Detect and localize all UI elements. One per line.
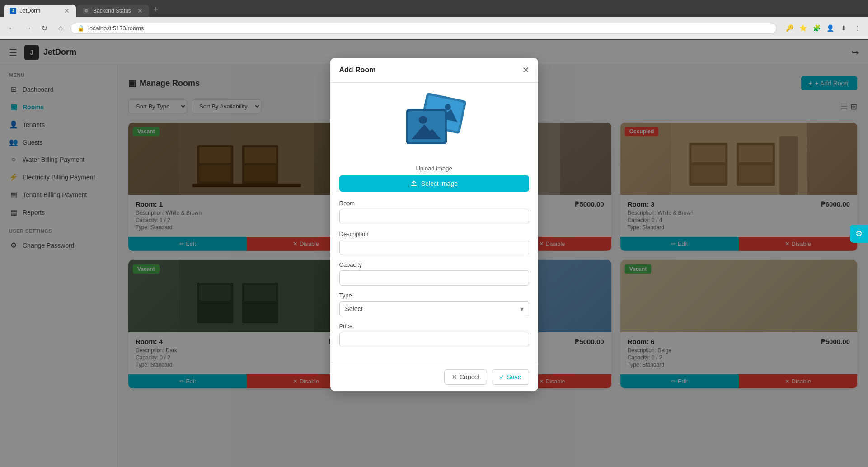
type-label: Type [339, 292, 529, 299]
reload-button[interactable]: ↻ [38, 22, 51, 34]
type-field-group: Type Select Standard Deluxe Suite [339, 292, 529, 316]
settings-fab-button[interactable]: ⚙ [850, 225, 868, 243]
modal-body: Upload image Select image Room Descripti… [330, 83, 538, 363]
save-check-icon: ✓ [499, 373, 505, 381]
download-icon[interactable]: ⬇ [838, 23, 849, 33]
cancel-x-icon: ✕ [452, 373, 457, 381]
capacity-input[interactable] [339, 270, 529, 286]
home-button[interactable]: ⌂ [54, 22, 67, 34]
modal-overlay[interactable]: Add Room ✕ [0, 40, 868, 467]
tab-title-backend: Backend Status [93, 8, 134, 14]
save-button[interactable]: ✓ Save [492, 369, 529, 385]
back-button[interactable]: ← [5, 22, 18, 34]
profile-icon[interactable]: 👤 [825, 23, 835, 33]
tab-title-jetdorm: JetDorm [20, 8, 61, 14]
browser-controls-bar: ← → ↻ ⌂ 🔒 localhost:5170/rooms 🔑 ⭐ 🧩 👤 ⬇… [0, 17, 868, 39]
lock-icon: 🔒 [77, 25, 84, 32]
modal-footer: ✕ Cancel ✓ Save [330, 363, 538, 391]
cancel-label: Cancel [460, 373, 479, 381]
svg-rect-39 [411, 185, 417, 186]
save-label: Save [507, 373, 521, 381]
description-input[interactable] [339, 240, 529, 255]
upload-area: Upload image Select image [339, 92, 529, 192]
address-text: localhost:5170/rooms [88, 25, 144, 32]
price-label: Price [339, 323, 529, 330]
browser-actions: 🔑 ⭐ 🧩 👤 ⬇ ⋮ [784, 23, 863, 33]
new-tab-button[interactable]: + [150, 3, 162, 16]
capacity-label: Capacity [339, 261, 529, 268]
room-field-group: Room [339, 200, 529, 224]
bookmark-icon[interactable]: ⭐ [798, 23, 808, 33]
modal-title: Add Room [339, 66, 376, 74]
upload-icon-wrapper [398, 92, 470, 161]
price-field-group: Price [339, 323, 529, 347]
add-room-modal: Add Room ✕ [330, 58, 538, 391]
upload-image-icon [398, 92, 470, 160]
upload-label: Upload image [416, 165, 452, 172]
extension-icon[interactable]: 🧩 [811, 23, 822, 33]
svg-point-36 [419, 116, 427, 124]
cancel-button[interactable]: ✕ Cancel [444, 369, 487, 385]
browser-tab-backend[interactable]: ⚙ Backend Status ✕ [77, 5, 149, 17]
address-bar[interactable]: 🔒 localhost:5170/rooms [70, 23, 777, 34]
tab-close-backend[interactable]: ✕ [137, 7, 143, 14]
type-select[interactable]: Select Standard Deluxe Suite [339, 301, 529, 316]
menu-icon[interactable]: ⋮ [852, 23, 863, 33]
description-label: Description [339, 231, 529, 237]
modal-close-button[interactable]: ✕ [522, 65, 529, 75]
capacity-field-group: Capacity [339, 261, 529, 286]
room-label: Room [339, 200, 529, 207]
browser-tab-jetdorm[interactable]: J JetDorm ✕ [4, 5, 76, 17]
room-input[interactable] [339, 209, 529, 224]
select-image-label: Select image [421, 180, 458, 187]
description-field-group: Description [339, 231, 529, 255]
password-icon[interactable]: 🔑 [784, 23, 795, 33]
modal-header: Add Room ✕ [330, 58, 538, 83]
browser-chrome: J JetDorm ✕ ⚙ Backend Status ✕ + ← → ↻ ⌂… [0, 0, 868, 40]
upload-btn-icon [410, 180, 418, 187]
tab-close-jetdorm[interactable]: ✕ [64, 7, 70, 14]
price-input[interactable] [339, 332, 529, 347]
forward-button[interactable]: → [22, 22, 34, 34]
select-image-button[interactable]: Select image [339, 175, 529, 192]
type-select-wrapper: Select Standard Deluxe Suite [339, 301, 529, 316]
